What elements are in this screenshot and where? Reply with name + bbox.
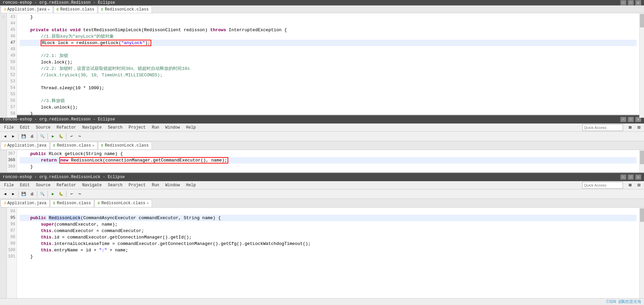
tb-run-mid[interactable]: ▶ [49, 133, 57, 140]
tab-redisson-class-bot[interactable]: C Redisson.class [50, 199, 94, 207]
mid-code-area[interactable]: public RLock getLock(String name) { retu… [17, 150, 639, 172]
mid-line-numbers: 367 368 369 [7, 150, 17, 172]
tab-redisson-class-top[interactable]: C Redisson.class [54, 5, 97, 13]
menu-navigate-bot[interactable]: Navigate [79, 182, 104, 188]
line-num-54: 54 [11, 85, 15, 91]
top-code-area[interactable]: } private static void testRedissonSimple… [17, 13, 639, 118]
mid-line-num-367: 367 [8, 151, 15, 157]
tb-undo-mid[interactable]: ↩ [68, 133, 75, 140]
top-line-numbers: 43 44 45 46 47 48 49 50 51 52 53 54 55 5… [7, 13, 17, 118]
tab-redissonlock-class-mid[interactable]: C RedissonLock.class [98, 142, 152, 149]
bot-line-num-95: 95 [11, 215, 15, 221]
tb-fwd-mid[interactable]: ▶ [9, 133, 17, 140]
bot-icon-btn1[interactable]: ⊞ [626, 182, 634, 189]
menu-edit-mid[interactable]: Edit [17, 125, 33, 131]
bot-tab-label-lock: RedissonLock.class [101, 201, 145, 206]
top-scrollbar[interactable] [639, 13, 644, 118]
menu-window-mid[interactable]: Window [162, 125, 182, 131]
tb-search-bot[interactable]: 🔍 [39, 190, 46, 198]
menu-edit-bot[interactable]: Edit [17, 182, 33, 188]
menu-window-bot[interactable]: Window [162, 182, 182, 188]
code-line-46: //1.获取key为"anyLock"的锁对象 [20, 33, 637, 40]
menu-search-bot[interactable]: Search [105, 182, 125, 188]
bot-close-btn[interactable]: ✕ [635, 174, 641, 180]
mid-scrollbar[interactable] [639, 150, 644, 172]
mid-title-left: roncoo-eshop - org.redisson.Redisson - E… [3, 117, 115, 122]
mid-toolbar-right-icons: ⊞ ⊟ [626, 124, 643, 131]
menu-source-mid[interactable]: Source [33, 125, 53, 131]
tab-close-icon[interactable]: ✕ [48, 7, 50, 12]
menu-project-mid[interactable]: Project [126, 125, 148, 131]
code-line-43: } [20, 14, 637, 20]
mid-tab-label-lock: RedissonLock.class [105, 143, 149, 148]
mid-line-num-368: 368 [8, 157, 15, 164]
tb-print-mid[interactable]: 🖨 [28, 133, 36, 140]
menu-file-mid[interactable]: File [1, 125, 17, 131]
mid-toolbar: ◀ ▶ 💾 🖨 🔍 ▶ 🐛 ↩ ↪ [0, 132, 644, 141]
code-line-52: //lock.tryLock(30, 10, TimeUnit.MILLISEC… [20, 72, 637, 78]
mid-icon-btn1[interactable]: ⊞ [626, 124, 634, 131]
menu-help-mid[interactable]: Help [183, 125, 199, 131]
mid-scrollbar-thumb[interactable] [640, 151, 644, 164]
mid-code-line-367: public RLock getLock(String name) { [20, 151, 637, 157]
minimize-btn[interactable]: ─ [620, 0, 626, 5]
mid-tab-close[interactable]: ✕ [92, 144, 94, 148]
code-line-58: } [20, 111, 637, 117]
sep4-mid [66, 133, 66, 140]
bot-line-num-96: 96 [11, 221, 15, 228]
bot-restore-btn[interactable]: □ [628, 174, 634, 180]
menu-project-bot[interactable]: Project [126, 182, 148, 188]
code-line-53 [20, 78, 637, 85]
tb-fwd-bot[interactable]: ▶ [9, 190, 17, 198]
tb-redo-mid[interactable]: ↪ [76, 133, 83, 140]
tab-application-java-bot[interactable]: J Application.java [1, 199, 50, 207]
bot-tab-label-redisson: Redisson.class [57, 201, 91, 206]
tb-undo-bot[interactable]: ↩ [68, 190, 75, 198]
sep4-bot [66, 191, 66, 197]
tb-run-bot[interactable]: ▶ [49, 190, 57, 198]
tb-back-bot[interactable]: ◀ [1, 190, 9, 198]
tab-redisson-class-mid[interactable]: C Redisson.class ✕ [50, 142, 97, 149]
bot-minimize-btn[interactable]: ─ [620, 174, 626, 180]
tb-debug-mid[interactable]: 🐛 [57, 133, 65, 140]
menu-refactor-bot[interactable]: Refactor [54, 182, 79, 188]
bot-tab-close[interactable]: ✕ [147, 201, 149, 205]
restore-btn[interactable]: □ [628, 0, 634, 5]
bot-code-area[interactable]: public RedissonLock(CommandAsyncExecutor… [17, 208, 639, 298]
top-scrollbar-thumb[interactable] [640, 14, 644, 27]
line-num-47: 47 [11, 40, 15, 46]
mid-tab-icon-j: J [4, 144, 6, 148]
bot-icon-btn2[interactable]: ⊟ [635, 182, 643, 189]
tab-redissonlock-class-top[interactable]: C RedissonLock.class [98, 5, 152, 13]
mid-left-sidebar [0, 150, 7, 172]
bot-code-line-94 [20, 208, 637, 215]
bot-scrollbar[interactable] [639, 208, 644, 298]
mid-quick-access-input[interactable] [582, 124, 623, 131]
menu-source-bot[interactable]: Source [33, 182, 53, 188]
menu-run-mid[interactable]: Run [149, 125, 162, 131]
tb-save-mid[interactable]: 💾 [20, 133, 27, 140]
bot-tab-icon-c1: C [53, 201, 56, 205]
bot-left-sidebar [0, 208, 7, 298]
bot-quick-access-input[interactable] [582, 182, 623, 189]
tb-save-bot[interactable]: 💾 [20, 190, 27, 198]
tb-back-mid[interactable]: ◀ [1, 133, 9, 140]
tb-print-bot[interactable]: 🖨 [28, 190, 36, 198]
tb-debug-bot[interactable]: 🐛 [57, 190, 65, 198]
close-btn[interactable]: ✕ [635, 0, 641, 5]
menu-refactor-mid[interactable]: Refactor [54, 125, 79, 131]
tab-label-redisson: Redisson.class [60, 7, 94, 12]
mid-icon-btn2[interactable]: ⊟ [635, 124, 643, 131]
menu-search-mid[interactable]: Search [105, 125, 125, 131]
code-line-49: //2.1: 加锁 [20, 53, 637, 59]
tab-redissonlock-class-bot[interactable]: C RedissonLock.class ✕ [95, 199, 152, 207]
menu-file-bot[interactable]: File [1, 182, 17, 188]
menu-navigate-mid[interactable]: Navigate [79, 125, 104, 131]
menu-help-bot[interactable]: Help [183, 182, 199, 188]
tab-application-java-mid[interactable]: J Application.java [1, 142, 50, 149]
bot-scrollbar-thumb[interactable] [640, 208, 644, 222]
tb-redo-bot[interactable]: ↪ [76, 190, 83, 198]
menu-run-bot[interactable]: Run [149, 182, 162, 188]
tb-search-mid[interactable]: 🔍 [39, 133, 46, 140]
tab-application-java-top[interactable]: J Application.java ✕ [1, 5, 53, 13]
